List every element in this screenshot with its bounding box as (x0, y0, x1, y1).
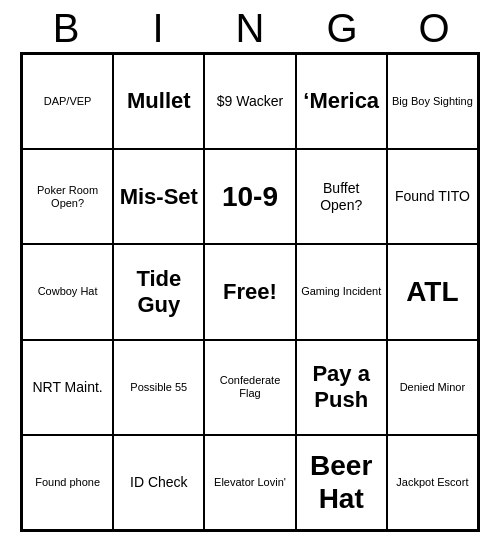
bingo-cell-4: Big Boy Sighting (387, 54, 478, 149)
bingo-cell-23: Beer Hat (296, 435, 387, 530)
bingo-cell-18: Pay a Push (296, 340, 387, 435)
bingo-cell-3: ‘Merica (296, 54, 387, 149)
bingo-letter-i: I (118, 8, 198, 48)
bingo-cell-2: $9 Wacker (204, 54, 295, 149)
bingo-cell-21: ID Check (113, 435, 204, 530)
bingo-cell-1: Mullet (113, 54, 204, 149)
bingo-cell-9: Found TITO (387, 149, 478, 244)
bingo-cell-24: Jackpot Escort (387, 435, 478, 530)
bingo-letter-n: N (210, 8, 290, 48)
bingo-cell-16: Possible 55 (113, 340, 204, 435)
bingo-cell-8: Buffet Open? (296, 149, 387, 244)
bingo-cell-5: Poker Room Open? (22, 149, 113, 244)
bingo-letter-b: B (26, 8, 106, 48)
bingo-cell-14: ATL (387, 244, 478, 339)
bingo-letter-g: G (302, 8, 382, 48)
bingo-cell-11: Tide Guy (113, 244, 204, 339)
bingo-grid: DAP/VEPMullet$9 Wacker‘MericaBig Boy Sig… (20, 52, 480, 532)
bingo-letter-o: O (394, 8, 474, 48)
bingo-cell-19: Denied Minor (387, 340, 478, 435)
bingo-cell-15: NRT Maint. (22, 340, 113, 435)
bingo-cell-6: Mis-Set (113, 149, 204, 244)
bingo-cell-22: Elevator Lovin' (204, 435, 295, 530)
bingo-cell-0: DAP/VEP (22, 54, 113, 149)
bingo-cell-12: Free! (204, 244, 295, 339)
bingo-cell-20: Found phone (22, 435, 113, 530)
bingo-cell-10: Cowboy Hat (22, 244, 113, 339)
bingo-title: BINGO (20, 0, 480, 52)
bingo-cell-13: Gaming Incident (296, 244, 387, 339)
bingo-cell-17: Confederate Flag (204, 340, 295, 435)
bingo-cell-7: 10-9 (204, 149, 295, 244)
